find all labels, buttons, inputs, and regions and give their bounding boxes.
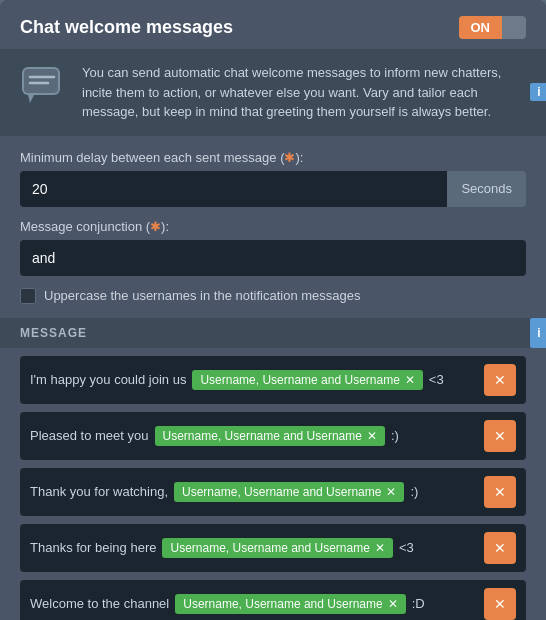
message-inner: Pleased to meet youUsername, Username an… xyxy=(30,426,476,446)
delete-message-button[interactable]: ✕ xyxy=(484,588,516,620)
message-inner: Thank you for watching,Username, Usernam… xyxy=(30,482,476,502)
tag-close-icon[interactable]: ✕ xyxy=(405,373,415,387)
message-row: I'm happy you could join usUsername, Use… xyxy=(20,356,526,404)
uppercase-label: Uppercase the usernames in the notificat… xyxy=(44,288,361,303)
message-after-text: :) xyxy=(391,428,399,443)
message-before-text: Thanks for being here xyxy=(30,540,156,555)
message-row: Welcome to the channelUsername, Username… xyxy=(20,580,526,621)
tag-close-icon[interactable]: ✕ xyxy=(388,597,398,611)
message-row: Pleased to meet youUsername, Username an… xyxy=(20,412,526,460)
toggle-on-label[interactable]: ON xyxy=(459,16,503,39)
chat-icon xyxy=(20,63,68,111)
info-button-2[interactable]: i xyxy=(530,318,546,348)
username-tag[interactable]: Username, Username and Username ✕ xyxy=(192,370,422,390)
message-before-text: Thank you for watching, xyxy=(30,484,168,499)
svg-rect-1 xyxy=(24,69,58,93)
info-text: You can send automatic chat welcome mess… xyxy=(82,63,526,122)
username-tag[interactable]: Username, Username and Username ✕ xyxy=(175,594,405,614)
message-before-text: I'm happy you could join us xyxy=(30,372,186,387)
messages-list: I'm happy you could join usUsername, Use… xyxy=(0,348,546,621)
message-after-text: :) xyxy=(410,484,418,499)
message-row: Thanks for being hereUsername, Username … xyxy=(20,524,526,572)
delay-input[interactable] xyxy=(20,171,447,207)
table-header-text: MESSAGE xyxy=(20,326,526,340)
modal-header: Chat welcome messages ON xyxy=(0,0,546,49)
tag-close-icon[interactable]: ✕ xyxy=(367,429,377,443)
delay-label: Minimum delay between each sent message … xyxy=(20,150,526,165)
checkbox-row: Uppercase the usernames in the notificat… xyxy=(20,288,526,304)
delete-message-button[interactable]: ✕ xyxy=(484,532,516,564)
delete-message-button[interactable]: ✕ xyxy=(484,364,516,396)
message-after-text: :D xyxy=(412,596,425,611)
conjunction-label: Message conjunction (✱): xyxy=(20,219,526,234)
message-before-text: Welcome to the channel xyxy=(30,596,169,611)
message-inner: Thanks for being hereUsername, Username … xyxy=(30,538,476,558)
modal-container: Chat welcome messages ON You can send au… xyxy=(0,0,546,620)
modal-title: Chat welcome messages xyxy=(20,17,233,38)
tag-close-icon[interactable]: ✕ xyxy=(386,485,396,499)
form-section: Minimum delay between each sent message … xyxy=(0,136,546,304)
info-button-1[interactable]: i xyxy=(530,83,546,101)
uppercase-checkbox[interactable] xyxy=(20,288,36,304)
message-after-text: <3 xyxy=(399,540,414,555)
username-tag[interactable]: Username, Username and Username ✕ xyxy=(162,538,392,558)
tag-close-icon[interactable]: ✕ xyxy=(375,541,385,555)
message-inner: I'm happy you could join usUsername, Use… xyxy=(30,370,476,390)
toggle-off-label[interactable] xyxy=(502,24,526,32)
username-tag[interactable]: Username, Username and Username ✕ xyxy=(174,482,404,502)
svg-marker-4 xyxy=(28,95,34,103)
message-inner: Welcome to the channelUsername, Username… xyxy=(30,594,476,614)
username-tag[interactable]: Username, Username and Username ✕ xyxy=(155,426,385,446)
info-section: You can send automatic chat welcome mess… xyxy=(0,49,546,136)
toggle-switch[interactable]: ON xyxy=(459,16,527,39)
message-after-text: <3 xyxy=(429,372,444,387)
conjunction-input[interactable] xyxy=(20,240,526,276)
message-before-text: Pleased to meet you xyxy=(30,428,149,443)
message-row: Thank you for watching,Username, Usernam… xyxy=(20,468,526,516)
delete-message-button[interactable]: ✕ xyxy=(484,420,516,452)
delete-message-button[interactable]: ✕ xyxy=(484,476,516,508)
delay-input-group: Seconds xyxy=(20,171,526,207)
table-header: MESSAGE i xyxy=(0,318,546,348)
delay-suffix: Seconds xyxy=(447,171,526,207)
